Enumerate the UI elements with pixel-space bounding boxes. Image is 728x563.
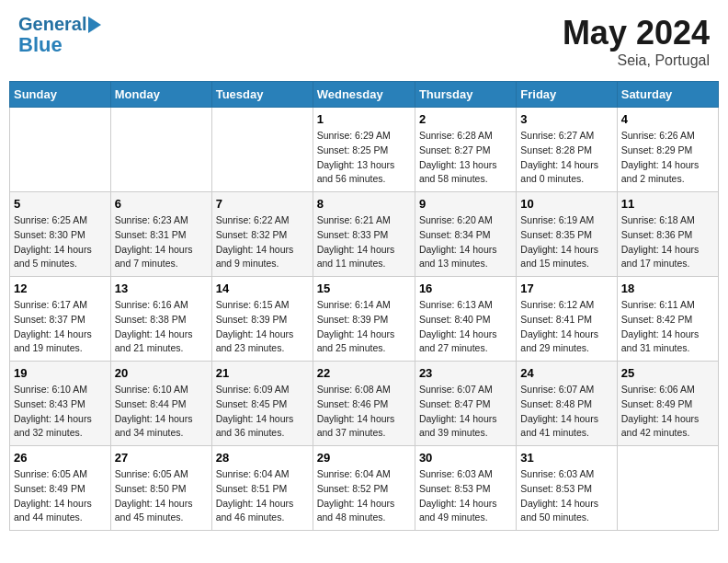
day-number: 10 <box>520 197 612 211</box>
day-number: 2 <box>419 112 512 126</box>
weekday-header-monday: Monday <box>110 82 211 108</box>
calendar-cell: 16Sunrise: 6:13 AMSunset: 8:40 PMDayligh… <box>415 277 516 362</box>
page-header: General Blue May 2024 Seia, Portugal <box>9 9 719 74</box>
day-info: Sunrise: 6:18 AMSunset: 8:36 PMDaylight:… <box>621 213 714 271</box>
calendar-cell: 27Sunrise: 6:05 AMSunset: 8:50 PMDayligh… <box>110 446 211 531</box>
calendar-cell <box>211 108 313 192</box>
location-subtitle: Seia, Portugal <box>563 52 710 69</box>
day-number: 8 <box>317 197 411 211</box>
day-info: Sunrise: 6:08 AMSunset: 8:46 PMDaylight:… <box>317 383 411 441</box>
day-number: 28 <box>216 451 309 465</box>
day-number: 26 <box>14 451 107 465</box>
weekday-header-wednesday: Wednesday <box>313 82 415 108</box>
calendar-cell <box>110 108 211 192</box>
calendar-cell: 3Sunrise: 6:27 AMSunset: 8:28 PMDaylight… <box>517 108 617 192</box>
calendar-cell: 17Sunrise: 6:12 AMSunset: 8:41 PMDayligh… <box>517 277 617 362</box>
calendar-cell: 2Sunrise: 6:28 AMSunset: 8:27 PMDaylight… <box>415 108 516 192</box>
calendar-cell: 15Sunrise: 6:14 AMSunset: 8:39 PMDayligh… <box>313 277 415 362</box>
calendar-cell: 24Sunrise: 6:07 AMSunset: 8:48 PMDayligh… <box>517 362 617 446</box>
calendar-cell: 21Sunrise: 6:09 AMSunset: 8:45 PMDayligh… <box>211 362 313 446</box>
calendar-cell: 5Sunrise: 6:25 AMSunset: 8:30 PMDaylight… <box>10 192 111 277</box>
calendar-cell: 22Sunrise: 6:08 AMSunset: 8:46 PMDayligh… <box>313 362 415 446</box>
day-info: Sunrise: 6:06 AMSunset: 8:49 PMDaylight:… <box>621 383 714 441</box>
calendar-cell: 19Sunrise: 6:10 AMSunset: 8:43 PMDayligh… <box>10 362 111 446</box>
week-row-4: 19Sunrise: 6:10 AMSunset: 8:43 PMDayligh… <box>10 362 719 446</box>
day-number: 20 <box>115 366 208 380</box>
calendar-cell: 11Sunrise: 6:18 AMSunset: 8:36 PMDayligh… <box>617 192 718 277</box>
week-row-5: 26Sunrise: 6:05 AMSunset: 8:49 PMDayligh… <box>10 446 719 531</box>
day-info: Sunrise: 6:05 AMSunset: 8:49 PMDaylight:… <box>14 467 107 525</box>
day-number: 19 <box>14 366 107 380</box>
week-row-3: 12Sunrise: 6:17 AMSunset: 8:37 PMDayligh… <box>10 277 719 362</box>
calendar-cell: 10Sunrise: 6:19 AMSunset: 8:35 PMDayligh… <box>517 192 617 277</box>
day-info: Sunrise: 6:03 AMSunset: 8:53 PMDaylight:… <box>520 467 612 525</box>
calendar-cell: 9Sunrise: 6:20 AMSunset: 8:34 PMDaylight… <box>415 192 516 277</box>
day-info: Sunrise: 6:27 AMSunset: 8:28 PMDaylight:… <box>520 129 612 187</box>
weekday-header-tuesday: Tuesday <box>211 82 313 108</box>
day-number: 30 <box>419 451 512 465</box>
day-info: Sunrise: 6:22 AMSunset: 8:32 PMDaylight:… <box>216 213 309 271</box>
day-number: 3 <box>520 112 612 126</box>
day-info: Sunrise: 6:29 AMSunset: 8:25 PMDaylight:… <box>317 129 411 187</box>
title-block: May 2024 Seia, Portugal <box>563 14 710 69</box>
day-number: 15 <box>317 282 411 295</box>
day-info: Sunrise: 6:11 AMSunset: 8:42 PMDaylight:… <box>621 298 714 356</box>
day-info: Sunrise: 6:05 AMSunset: 8:50 PMDaylight:… <box>115 467 208 525</box>
weekday-header-sunday: Sunday <box>10 82 111 108</box>
week-row-2: 5Sunrise: 6:25 AMSunset: 8:30 PMDaylight… <box>10 192 719 277</box>
month-year-title: May 2024 <box>563 14 710 52</box>
calendar-cell: 8Sunrise: 6:21 AMSunset: 8:33 PMDaylight… <box>313 192 415 277</box>
calendar-cell: 6Sunrise: 6:23 AMSunset: 8:31 PMDaylight… <box>110 192 211 277</box>
day-info: Sunrise: 6:10 AMSunset: 8:43 PMDaylight:… <box>14 383 107 441</box>
day-info: Sunrise: 6:25 AMSunset: 8:30 PMDaylight:… <box>14 213 107 271</box>
day-number: 21 <box>216 366 309 380</box>
day-number: 11 <box>621 197 714 211</box>
weekday-header-saturday: Saturday <box>617 82 718 108</box>
calendar-cell: 25Sunrise: 6:06 AMSunset: 8:49 PMDayligh… <box>617 362 718 446</box>
day-info: Sunrise: 6:26 AMSunset: 8:29 PMDaylight:… <box>621 129 714 187</box>
calendar-cell: 20Sunrise: 6:10 AMSunset: 8:44 PMDayligh… <box>110 362 211 446</box>
calendar-cell: 14Sunrise: 6:15 AMSunset: 8:39 PMDayligh… <box>211 277 313 362</box>
day-number: 16 <box>419 282 512 295</box>
day-info: Sunrise: 6:20 AMSunset: 8:34 PMDaylight:… <box>419 213 512 271</box>
calendar-table: SundayMondayTuesdayWednesdayThursdayFrid… <box>9 81 719 531</box>
calendar-cell: 29Sunrise: 6:04 AMSunset: 8:52 PMDayligh… <box>313 446 415 531</box>
day-number: 22 <box>317 366 411 380</box>
day-number: 25 <box>621 366 714 380</box>
day-number: 23 <box>419 366 512 380</box>
week-row-1: 1Sunrise: 6:29 AMSunset: 8:25 PMDaylight… <box>10 108 719 192</box>
day-number: 27 <box>115 451 208 465</box>
day-info: Sunrise: 6:04 AMSunset: 8:51 PMDaylight:… <box>216 467 309 525</box>
weekday-header-row: SundayMondayTuesdayWednesdayThursdayFrid… <box>10 82 719 108</box>
day-info: Sunrise: 6:04 AMSunset: 8:52 PMDaylight:… <box>317 467 411 525</box>
calendar-cell: 18Sunrise: 6:11 AMSunset: 8:42 PMDayligh… <box>617 277 718 362</box>
day-info: Sunrise: 6:12 AMSunset: 8:41 PMDaylight:… <box>520 298 612 356</box>
day-number: 24 <box>520 366 612 380</box>
calendar-cell: 1Sunrise: 6:29 AMSunset: 8:25 PMDaylight… <box>313 108 415 192</box>
weekday-header-friday: Friday <box>517 82 617 108</box>
calendar-cell <box>617 446 718 531</box>
weekday-header-thursday: Thursday <box>415 82 516 108</box>
day-info: Sunrise: 6:19 AMSunset: 8:35 PMDaylight:… <box>520 213 612 271</box>
day-info: Sunrise: 6:15 AMSunset: 8:39 PMDaylight:… <box>216 298 309 356</box>
calendar-cell: 12Sunrise: 6:17 AMSunset: 8:37 PMDayligh… <box>10 277 111 362</box>
logo: General Blue <box>18 14 101 56</box>
day-number: 14 <box>216 282 309 295</box>
day-number: 1 <box>317 112 411 126</box>
day-info: Sunrise: 6:21 AMSunset: 8:33 PMDaylight:… <box>317 213 411 271</box>
day-number: 4 <box>621 112 714 126</box>
day-number: 17 <box>520 282 612 295</box>
day-number: 12 <box>14 282 107 295</box>
day-info: Sunrise: 6:07 AMSunset: 8:47 PMDaylight:… <box>419 383 512 441</box>
day-info: Sunrise: 6:07 AMSunset: 8:48 PMDaylight:… <box>520 383 612 441</box>
day-number: 29 <box>317 451 411 465</box>
day-number: 31 <box>520 451 612 465</box>
day-info: Sunrise: 6:28 AMSunset: 8:27 PMDaylight:… <box>419 129 512 187</box>
calendar-cell: 28Sunrise: 6:04 AMSunset: 8:51 PMDayligh… <box>211 446 313 531</box>
calendar-cell <box>10 108 111 192</box>
day-info: Sunrise: 6:09 AMSunset: 8:45 PMDaylight:… <box>216 383 309 441</box>
day-info: Sunrise: 6:03 AMSunset: 8:53 PMDaylight:… <box>419 467 512 525</box>
day-info: Sunrise: 6:13 AMSunset: 8:40 PMDaylight:… <box>419 298 512 356</box>
calendar-cell: 7Sunrise: 6:22 AMSunset: 8:32 PMDaylight… <box>211 192 313 277</box>
calendar-cell: 23Sunrise: 6:07 AMSunset: 8:47 PMDayligh… <box>415 362 516 446</box>
